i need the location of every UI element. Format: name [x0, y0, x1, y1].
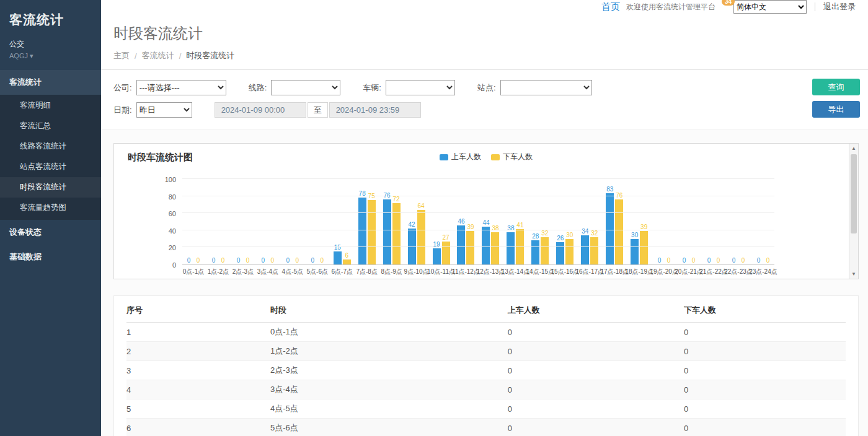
scroll-up-icon[interactable]: ▲	[849, 146, 858, 151]
legend-item[interactable]: 下车人数	[491, 152, 533, 162]
line-select[interactable]	[271, 80, 340, 95]
scrollbar-thumb[interactable]	[851, 154, 857, 233]
company-select[interactable]: ---请选择---	[136, 80, 226, 95]
app-brand: 客流统计	[0, 0, 101, 28]
bar[interactable]	[442, 242, 450, 264]
bar-unit: 64	[417, 180, 425, 264]
bar[interactable]	[466, 231, 474, 264]
bar[interactable]	[556, 242, 564, 264]
bar-value-label: 38	[507, 225, 514, 232]
bar-unit: 27	[442, 180, 450, 264]
bar[interactable]	[383, 199, 391, 264]
sidebar-item[interactable]: 时段客流统计	[0, 177, 101, 198]
table-cell: 1	[126, 323, 270, 342]
bar-value-label: 30	[631, 232, 638, 238]
date-preset-select[interactable]: 昨日	[136, 102, 192, 118]
bar[interactable]	[334, 251, 342, 264]
bar[interactable]	[581, 235, 589, 264]
bar[interactable]	[358, 198, 366, 264]
bar-pair: 3039	[631, 180, 648, 264]
bar-value-label: 0	[246, 257, 250, 264]
chart-scrollbar[interactable]: ▲ ▼	[849, 144, 858, 279]
table-cell: 0	[508, 342, 684, 361]
sidebar-section[interactable]: 设备状态	[0, 220, 101, 245]
chart-legend: 上车人数下车人数	[440, 152, 533, 162]
x-axis-label: 21点-22点	[699, 268, 728, 276]
notification-badge[interactable]: 34	[722, 0, 735, 6]
sidebar-item[interactable]: 客流汇总	[0, 116, 101, 136]
bar-value-label: 32	[541, 230, 548, 237]
bar-group: 384113点-14点	[507, 180, 524, 264]
x-axis-label: 5点-6点	[307, 268, 328, 276]
bar-unit: 15	[334, 180, 342, 264]
vehicle-label: 车辆:	[363, 82, 381, 94]
sidebar-section[interactable]: 基础数据	[0, 245, 101, 269]
x-axis-label: 19点-20点	[650, 268, 678, 276]
bar[interactable]	[368, 200, 376, 264]
sidebar-item[interactable]: 站点客流统计	[0, 157, 101, 177]
station-select[interactable]	[500, 80, 592, 95]
x-axis-label: 18点-19点	[625, 268, 653, 276]
org-code-dropdown[interactable]: AQGJ ▾	[0, 50, 101, 70]
vehicle-select[interactable]	[386, 80, 455, 95]
bar-value-label: 0	[262, 257, 265, 264]
sidebar-item[interactable]: 客流量趋势图	[0, 198, 101, 218]
y-tick-label: 20	[169, 244, 176, 251]
page-title: 时段客流统计	[113, 24, 856, 43]
breadcrumb-item[interactable]: 客流统计	[142, 50, 174, 61]
bar-unit: 38	[491, 180, 499, 264]
table-row[interactable]: 32点-3点00	[126, 361, 846, 380]
bar[interactable]	[457, 225, 465, 264]
bar-value-label: 0	[197, 257, 200, 264]
bar-group: 78757点-8点	[358, 180, 376, 264]
bar[interactable]	[606, 193, 614, 264]
bar-unit: 46	[457, 180, 465, 264]
bar[interactable]	[482, 227, 490, 264]
bar-unit: 34	[581, 180, 589, 264]
bar[interactable]	[491, 232, 499, 264]
chart-plot: 000点-1点001点-2点002点-3点003点-4点004点-5点005点-…	[182, 180, 774, 265]
bar-unit: 19	[433, 180, 441, 264]
table-row[interactable]: 10点-1点00	[126, 323, 846, 342]
table-row[interactable]: 65点-6点00	[126, 419, 846, 436]
date-start-input[interactable]	[215, 102, 306, 118]
date-end-input[interactable]	[329, 102, 421, 118]
bar[interactable]	[417, 210, 425, 264]
legend-item[interactable]: 上车人数	[440, 152, 481, 162]
sidebar-section[interactable]: 客流统计	[0, 70, 101, 95]
table-row[interactable]: 54点-5点00	[126, 399, 846, 419]
home-link[interactable]: 首页	[601, 1, 620, 13]
breadcrumb-item: 时段客流统计	[186, 50, 234, 61]
bar-unit: 42	[408, 180, 416, 264]
bar-unit: 30	[631, 180, 639, 264]
sidebar-item[interactable]: 线路客流统计	[0, 136, 101, 157]
bar-pair: 3841	[507, 180, 524, 264]
bar-value-label: 0	[757, 257, 761, 264]
table-row[interactable]: 21点-2点00	[126, 342, 846, 361]
logout-link[interactable]: 退出登录	[823, 1, 856, 12]
bar[interactable]	[343, 259, 351, 264]
query-button[interactable]: 查询	[812, 79, 860, 95]
breadcrumb-item[interactable]: 主页	[113, 50, 130, 61]
table-row[interactable]: 43点-4点00	[126, 380, 846, 399]
bar[interactable]	[531, 240, 539, 264]
bar[interactable]	[631, 239, 639, 264]
bar[interactable]	[507, 232, 515, 264]
bar-value-label: 0	[658, 257, 662, 264]
bar[interactable]	[590, 237, 598, 264]
scroll-down-icon[interactable]: ▼	[849, 271, 858, 277]
bar-unit: 0	[739, 180, 747, 264]
chart-area: 020406080100 000点-1点001点-2点002点-3点003点-4…	[139, 180, 774, 279]
bar-unit: 83	[606, 180, 614, 264]
bar[interactable]	[433, 248, 441, 264]
legend-label: 下车人数	[503, 152, 533, 162]
chart-bars: 000点-1点001点-2点002点-3点003点-4点004点-5点005点-…	[182, 180, 774, 264]
gridline	[182, 178, 774, 179]
bar[interactable]	[615, 199, 623, 264]
language-select[interactable]: 简体中文	[733, 0, 807, 14]
bar[interactable]	[541, 237, 549, 264]
sidebar-item[interactable]: 客流明细	[0, 95, 101, 116]
bar[interactable]	[640, 231, 648, 264]
bar[interactable]	[565, 239, 574, 264]
export-button[interactable]: 导出	[812, 101, 860, 118]
